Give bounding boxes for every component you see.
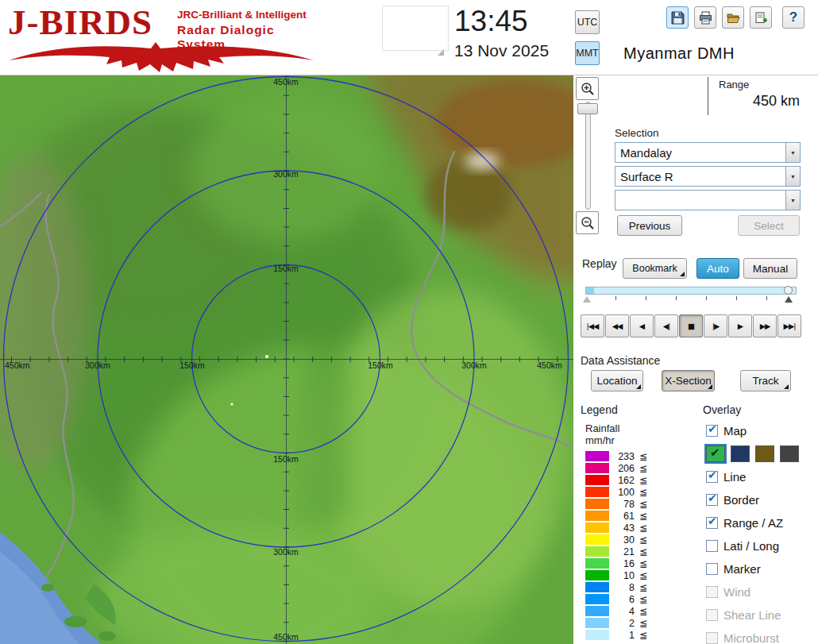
- overlay-item-label: Shear Line: [723, 608, 781, 622]
- open-folder-icon: [726, 10, 741, 25]
- legend-value: 8: [612, 582, 635, 593]
- legend-operator: ≦: [639, 451, 647, 462]
- option-dropdown[interactable]: ▼: [615, 190, 801, 210]
- terrain-map: 450km 300km 150km 150km 300km 450km 450k…: [0, 75, 573, 644]
- zoom-slider[interactable]: [585, 102, 591, 210]
- mmt-button[interactable]: MMT: [575, 41, 600, 65]
- city-marker-dot: [265, 355, 268, 358]
- overlay-item-map[interactable]: ✔ Map: [706, 422, 817, 439]
- map-style-dark-gray[interactable]: [780, 445, 799, 462]
- map-style-selector: ✔: [706, 445, 817, 462]
- export-icon: [754, 10, 769, 25]
- lati-long-checkbox[interactable]: [706, 540, 718, 552]
- utc-button[interactable]: UTC: [575, 10, 600, 34]
- check-icon: ✔: [708, 492, 717, 504]
- x-section-button[interactable]: X-Section: [662, 370, 715, 391]
- radar-map-display[interactable]: 450km 300km 150km 150km 300km 450km 450k…: [0, 75, 573, 644]
- timeline-tick: [615, 296, 616, 300]
- timeline-thumb[interactable]: [784, 286, 793, 295]
- legend-row: 233≦: [585, 450, 647, 462]
- zoom-in-button[interactable]: [576, 77, 599, 100]
- j-birds-logo: J-BIRDS JRC-Brilliant & Intelligent Rada…: [6, 2, 324, 75]
- map-style-olive[interactable]: [755, 445, 774, 462]
- line-checkbox[interactable]: ✔: [706, 471, 718, 483]
- overlay-item-border[interactable]: ✔ Border: [706, 491, 817, 508]
- dropdown-button[interactable]: ▼: [785, 167, 800, 186]
- playback-controls: |◀◀ ◀◀ ◀ ◀| ■ |▶ ▶ ▶▶ ▶▶|: [581, 314, 801, 337]
- overlay-item-line[interactable]: ✔ Line: [706, 468, 817, 485]
- manual-mode-button[interactable]: Manual: [743, 258, 797, 279]
- border-checkbox[interactable]: ✔: [706, 494, 718, 506]
- overlay-item-label: Marker: [723, 562, 761, 576]
- overlay-item-label: Wind: [723, 585, 750, 599]
- overlay-item-lati-long[interactable]: Lati / Long: [706, 537, 817, 554]
- timeline-tick: [676, 296, 677, 300]
- select-button: Select: [738, 215, 800, 236]
- overlay-item-marker[interactable]: Marker: [706, 560, 817, 577]
- step-back-button[interactable]: ◀|: [654, 314, 678, 337]
- legend-swatch: [585, 618, 609, 628]
- zoom-slider-thumb[interactable]: [577, 103, 598, 114]
- legend-operator: ≦: [639, 463, 647, 474]
- legend-swatch: [585, 570, 609, 580]
- location-button[interactable]: Location: [591, 370, 643, 391]
- chevron-down-icon: ▼: [790, 198, 796, 203]
- marker-checkbox[interactable]: [706, 563, 718, 575]
- location-button-label: Location: [596, 375, 637, 387]
- legend-value: 21: [612, 546, 635, 557]
- map-style-dark-navy[interactable]: [731, 445, 750, 462]
- auto-mode-button[interactable]: Auto: [696, 258, 739, 279]
- previous-button[interactable]: Previous: [617, 215, 682, 236]
- legend-swatch: [585, 463, 609, 473]
- fast-forward-button[interactable]: ▶▶: [753, 314, 777, 337]
- stop-button[interactable]: ■: [679, 314, 703, 337]
- open-folder-button[interactable]: [722, 6, 744, 29]
- option-dropdown-value: [615, 191, 785, 210]
- check-icon: ✔: [708, 515, 717, 527]
- legend-swatch: [585, 451, 609, 461]
- wind-checkbox: [706, 586, 718, 598]
- print-button[interactable]: [694, 6, 716, 29]
- svg-text:150km: 150km: [368, 361, 393, 370]
- track-button[interactable]: Track: [740, 370, 791, 391]
- skip-to-start-button[interactable]: |◀◀: [581, 314, 604, 337]
- timeline-start-marker-icon: [583, 296, 591, 303]
- bookmark-button[interactable]: Bookmark: [623, 258, 687, 279]
- play-button[interactable]: ▶: [728, 314, 752, 337]
- fast-rewind-button[interactable]: ◀◀: [605, 314, 629, 337]
- legend-value: 30: [612, 534, 635, 546]
- map-checkbox[interactable]: ✔: [706, 425, 718, 437]
- dropdown-button[interactable]: ▼: [785, 143, 800, 162]
- map-style-terrain-green[interactable]: ✔: [706, 445, 725, 462]
- zoom-out-button[interactable]: [576, 211, 599, 234]
- play-reverse-button[interactable]: ◀: [630, 314, 654, 337]
- timeline-position-marker-icon[interactable]: [785, 296, 793, 303]
- step-forward-button[interactable]: |▶: [704, 314, 727, 337]
- submenu-corner-icon: [708, 384, 712, 389]
- site-dropdown[interactable]: Mandalay ▼: [615, 142, 801, 163]
- legend-value: 233: [612, 451, 635, 462]
- legend-operator: ≦: [639, 594, 647, 605]
- j-birds-app: J-BIRDS JRC-Brilliant & Intelligent Rada…: [0, 0, 818, 644]
- submenu-corner-icon: [680, 272, 685, 276]
- save-icon: [670, 10, 685, 25]
- overlay-item-range-az[interactable]: ✔ Range / AZ: [706, 514, 817, 531]
- export-button[interactable]: [750, 6, 772, 29]
- skip-to-end-button[interactable]: ▶▶|: [777, 314, 801, 337]
- legend-operator: ≦: [639, 475, 647, 486]
- product-dropdown[interactable]: Surface R ▼: [615, 166, 801, 187]
- data-assistance-label: Data Assistance: [581, 354, 660, 367]
- check-icon: ✔: [710, 445, 720, 460]
- overlay-label: Overlay: [703, 403, 741, 416]
- range-az-checkbox[interactable]: ✔: [706, 517, 718, 529]
- legend-row: 8≦: [585, 581, 647, 593]
- svg-text:150km: 150km: [273, 454, 299, 464]
- timeline-track[interactable]: [585, 287, 797, 295]
- legend-title-rainfall: Rainfall: [585, 422, 619, 434]
- legend-operator: ≦: [639, 606, 647, 617]
- timeline-track-cap: [586, 287, 594, 294]
- dropdown-button[interactable]: ▼: [785, 191, 800, 210]
- save-button[interactable]: [666, 6, 689, 29]
- replay-timeline-slider[interactable]: [585, 286, 797, 303]
- help-button[interactable]: ?: [782, 6, 804, 29]
